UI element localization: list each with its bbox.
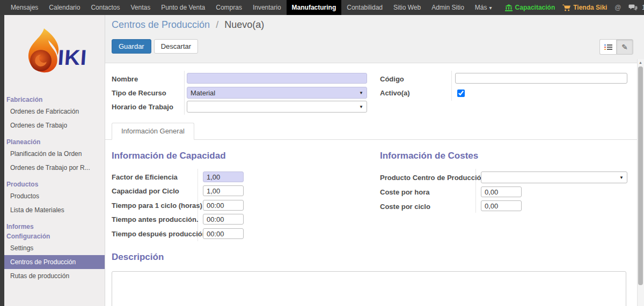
sidebar-item-rutas-produccion[interactable]: Rutas de producción <box>0 269 105 283</box>
coste-ciclo-input[interactable] <box>481 200 522 211</box>
flame-icon <box>21 28 61 77</box>
discard-button[interactable]: Descartar <box>154 39 198 54</box>
tipo-recurso-select[interactable]: Material ▼ <box>187 87 367 99</box>
producto-centro-select[interactable]: ▼ <box>481 171 627 183</box>
dropdown-arrow-icon: ▼ <box>619 175 624 180</box>
nav-compras[interactable]: Compras <box>210 0 247 15</box>
sidebar-item-planificacion-orden[interactable]: Planificación de la Orden <box>0 147 105 161</box>
field-separator-line <box>184 71 185 115</box>
nombre-label: Nombre <box>112 75 138 83</box>
capacidad-ciclo-label: Capacidad por Ciclo <box>112 187 179 195</box>
siki-logo: IKI <box>4 20 105 85</box>
coste-hora-label: Coste por hora <box>380 188 429 196</box>
nav-ventas[interactable]: Ventas <box>125 0 156 15</box>
producto-centro-label: Producto Centro de Producción <box>380 174 485 182</box>
breadcrumb-separator: / <box>216 19 218 30</box>
form-sheet: Nombre Código Tipo de Recurso Material ▼… <box>105 63 638 306</box>
mentions-button[interactable]: @ <box>614 4 621 11</box>
breadcrumb-parent-link[interactable]: Centros de Producción <box>112 19 210 30</box>
horario-trabajo-select[interactable]: ▼ <box>187 101 367 113</box>
top-nav-menu: Mensajes Calendario Contactos Ventas Pun… <box>0 0 497 15</box>
tiempo-antes-input[interactable] <box>203 214 244 225</box>
tipo-recurso-label: Tipo de Recurso <box>112 89 166 97</box>
coste-hora-input[interactable] <box>481 186 522 197</box>
breadcrumb: Centros de Producción / Nuevo(a) <box>112 19 264 31</box>
sidebar: IKI Fabricación Ordenes de Fabricación O… <box>0 15 105 306</box>
app-window: Mensajes Calendario Contactos Ventas Pun… <box>0 0 644 306</box>
nav-mas-dropdown[interactable]: Más ▾ <box>470 0 497 15</box>
nav-sitio-web[interactable]: Sitio Web <box>388 0 426 15</box>
nav-punto-de-venta[interactable]: Punto de Venta <box>156 0 210 15</box>
messages-count: 1 <box>642 4 644 11</box>
tiempo-antes-label: Tiempo antes producción. <box>112 215 199 223</box>
messages-counter[interactable]: 1 <box>628 4 644 11</box>
main-content: Centros de Producción / Nuevo(a) Guardar… <box>105 15 644 306</box>
factor-eficiencia-input[interactable] <box>203 171 244 182</box>
logo-text: IKI <box>57 46 88 70</box>
factor-eficiencia-label: Factor de Eficiencia <box>112 173 178 181</box>
sidebar-item-productos[interactable]: Productos <box>0 189 105 203</box>
save-button[interactable]: Guardar <box>112 39 151 54</box>
list-view-icon <box>604 44 612 50</box>
sidebar-header-planeacion: Planeación <box>0 132 105 147</box>
list-view-button[interactable] <box>599 39 616 55</box>
bank-icon <box>505 4 513 11</box>
sidebar-menu: Fabricación Ordenes de Fabricación Orden… <box>0 90 105 283</box>
sidebar-item-ordenes-fabricacion[interactable]: Ordenes de Fabricación <box>0 105 105 118</box>
sidebar-header-configuracion: Configuración <box>0 232 105 241</box>
action-buttons: Guardar Descartar <box>112 39 201 54</box>
view-switcher: ✎ <box>599 39 633 55</box>
costs-section-title: Información de Costes <box>380 151 478 161</box>
breadcrumb-current: Nuevo(a) <box>224 19 264 30</box>
left-edge-strip <box>0 15 4 306</box>
coste-ciclo-label: Coste por ciclo <box>380 203 430 211</box>
sidebar-item-ordenes-trabajo[interactable]: Ordenes de Trabajo <box>0 118 105 132</box>
at-icon: @ <box>614 4 621 11</box>
cart-icon <box>562 4 570 11</box>
nav-calendario[interactable]: Calendario <box>43 0 85 15</box>
sidebar-header-productos: Productos <box>0 175 105 189</box>
tiempo-ciclo-label: Tiempo para 1 ciclo (horas) <box>112 201 202 210</box>
codigo-input[interactable] <box>455 73 627 84</box>
notebook-tabbar: Información General <box>105 123 638 140</box>
nav-inventario[interactable]: Inventario <box>247 0 287 15</box>
sidebar-header-informes: Informes <box>0 217 105 232</box>
chat-bubbles-icon <box>628 4 638 11</box>
top-nav-right: Capacitación Tienda Siki @ 1 <box>497 0 644 15</box>
chevron-down-icon: ▾ <box>489 5 492 11</box>
tienda-siki-label: Tienda Siki <box>573 4 607 11</box>
tiempo-despues-input[interactable] <box>203 228 244 239</box>
sidebar-item-centros-produccion[interactable]: Centros de Producción <box>0 255 105 269</box>
vertical-scrollbar[interactable]: ▲ <box>637 59 644 306</box>
tiempo-ciclo-input[interactable] <box>203 200 244 211</box>
activo-label: Activo(a) <box>380 89 410 97</box>
tienda-siki-link[interactable]: Tienda Siki <box>562 4 607 11</box>
tiempo-despues-label: Tiempo después producción <box>112 230 207 238</box>
sidebar-item-lista-materiales[interactable]: Lista de Materiales <box>0 203 105 217</box>
description-textarea[interactable] <box>112 271 626 306</box>
tipo-recurso-value: Material <box>191 89 215 97</box>
horario-trabajo-label: Horario de Trabajo <box>112 103 173 111</box>
scrollbar-thumb[interactable] <box>638 66 643 285</box>
codigo-label: Código <box>380 75 404 83</box>
top-navbar: Mensajes Calendario Contactos Ventas Pun… <box>0 0 644 15</box>
tab-informacion-general[interactable]: Información General <box>112 123 194 140</box>
edit-form-icon: ✎ <box>621 43 628 51</box>
sidebar-item-ordenes-trabajo-por-r[interactable]: Ordenes de Trabajo por R... <box>0 161 105 175</box>
nav-manufacturing[interactable]: Manufacturing <box>287 0 342 15</box>
capacity-section-title: Información de Capacidad <box>112 151 226 161</box>
sidebar-header-fabricacion: Fabricación <box>0 90 105 105</box>
nav-contabilidad[interactable]: Contabilidad <box>341 0 388 15</box>
activo-checkbox[interactable] <box>457 89 465 97</box>
form-view-button[interactable]: ✎ <box>616 39 633 55</box>
sidebar-item-settings[interactable]: Settings <box>0 241 105 255</box>
capacidad-ciclo-input[interactable] <box>203 185 244 196</box>
scroll-up-icon[interactable]: ▲ <box>638 59 643 66</box>
nav-contactos[interactable]: Contactos <box>85 0 125 15</box>
capacitacion-link[interactable]: Capacitación <box>505 4 555 11</box>
dropdown-arrow-icon: ▼ <box>359 91 363 95</box>
description-section-title: Descripción <box>112 252 164 263</box>
nombre-input[interactable] <box>187 73 367 84</box>
nav-mensajes[interactable]: Mensajes <box>5 0 43 15</box>
nav-admin-sitio[interactable]: Admin Sitio <box>426 0 470 15</box>
